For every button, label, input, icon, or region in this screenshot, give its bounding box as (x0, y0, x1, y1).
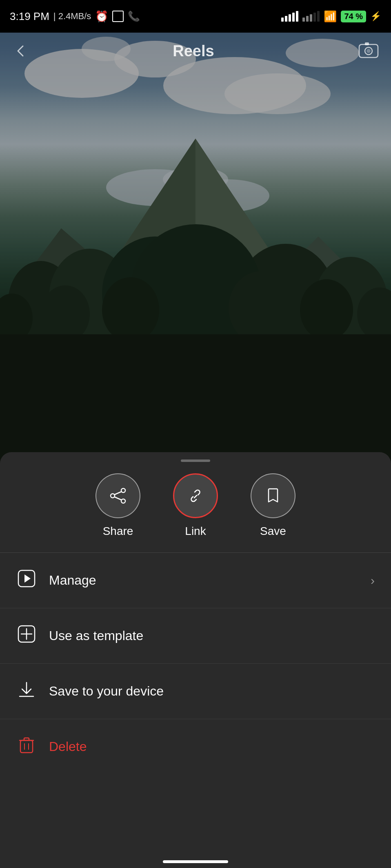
sheet-handle (181, 459, 210, 462)
delete-left: Delete (16, 735, 87, 759)
save-label: Save (260, 525, 286, 538)
phone-icon: 📞 (128, 11, 140, 22)
link-circle (173, 473, 218, 518)
wifi-icon: 📶 (324, 10, 337, 23)
status-left: 3:19 PM | 2.4MB/s ⏰ 📞 (10, 10, 140, 23)
top-nav: Reels (0, 33, 391, 69)
action-buttons-row: Share Link Save (0, 473, 391, 552)
save-circle (251, 473, 295, 518)
back-button[interactable] (12, 43, 29, 59)
svg-point-28 (367, 49, 371, 53)
camera-button[interactable] (358, 40, 379, 62)
delete-text: Delete (49, 739, 87, 754)
svg-line-32 (115, 492, 121, 495)
link-button[interactable]: Link (173, 473, 218, 538)
time-display: 3:19 PM (10, 10, 49, 23)
template-left: Use as template (16, 624, 143, 648)
template-icon (16, 624, 37, 648)
svg-point-31 (121, 499, 125, 503)
home-indicator (163, 860, 228, 863)
charging-icon: ⚡ (370, 11, 381, 22)
svg-point-30 (111, 494, 115, 498)
signal-bars-secondary (302, 11, 320, 22)
link-label: Link (185, 525, 206, 538)
save-device-left: Save to your device (16, 679, 164, 703)
trash-icon (16, 735, 37, 759)
svg-marker-35 (24, 574, 31, 583)
battery-indicator: 74 % (341, 11, 366, 22)
status-bar: 3:19 PM | 2.4MB/s ⏰ 📞 📶 74 % ⚡ (0, 0, 391, 33)
delete-menu-item[interactable]: Delete (0, 719, 391, 774)
svg-rect-27 (365, 42, 369, 45)
manage-left: Manage (16, 568, 96, 592)
alarm-icon: ⏰ (95, 10, 108, 23)
svg-rect-40 (20, 740, 33, 753)
signal-bars (281, 11, 298, 22)
manage-chevron: › (371, 574, 375, 588)
template-text: Use as template (49, 628, 143, 643)
speed-display: | 2.4MB/s (53, 11, 91, 22)
save-device-text: Save to your device (49, 684, 164, 699)
manage-menu-item[interactable]: Manage › (0, 553, 391, 608)
manage-text: Manage (49, 573, 96, 588)
bottom-sheet: Share Link Save (0, 452, 391, 868)
svg-point-29 (121, 488, 125, 493)
save-button[interactable]: Save (251, 473, 295, 538)
manage-icon (16, 568, 37, 592)
status-right: 📶 74 % ⚡ (281, 10, 381, 23)
share-label: Share (103, 525, 133, 538)
share-button[interactable]: Share (96, 473, 140, 538)
background-overlay (0, 0, 391, 481)
use-as-template-menu-item[interactable]: Use as template (0, 608, 391, 664)
svg-line-33 (115, 497, 121, 500)
download-icon (16, 679, 37, 703)
page-title: Reels (173, 42, 214, 60)
square-icon (112, 11, 124, 22)
share-circle (96, 473, 140, 518)
save-device-menu-item[interactable]: Save to your device (0, 664, 391, 719)
